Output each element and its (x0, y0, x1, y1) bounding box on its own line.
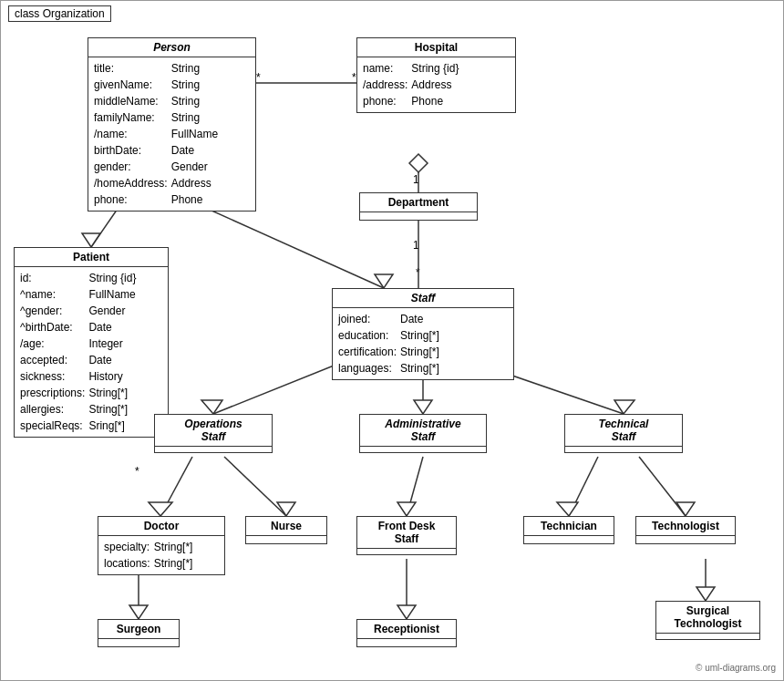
class-hospital: Hospital name:String {id} /address:Addre… (356, 37, 516, 113)
class-surgeon-body (98, 639, 179, 646)
class-front-desk: Front DeskStaff (356, 516, 457, 555)
class-receptionist-header: Receptionist (357, 620, 456, 639)
svg-text:1: 1 (413, 173, 419, 186)
class-staff-body: joined:Date education:String[*] certific… (333, 308, 513, 379)
class-technologist-body (636, 536, 735, 543)
class-patient: Patient id:String {id} ^name:FullName ^g… (14, 247, 169, 438)
svg-text:1: 1 (413, 239, 419, 252)
svg-marker-33 (397, 605, 416, 619)
svg-line-28 (639, 457, 686, 516)
svg-line-10 (91, 206, 119, 247)
class-front-desk-body (357, 549, 456, 554)
class-patient-header: Patient (15, 248, 168, 267)
class-department-header: Department (360, 193, 477, 212)
class-surgical-tech-header: SurgicalTechnologist (656, 602, 759, 634)
svg-text:*: * (256, 71, 261, 84)
class-department-body (360, 212, 477, 220)
svg-marker-35 (696, 587, 715, 601)
class-ops-staff: OperationsStaff (154, 414, 273, 453)
class-admin-staff: AdministrativeStaff (359, 414, 487, 453)
class-technician-header: Technician (524, 517, 614, 536)
svg-marker-11 (82, 233, 100, 247)
class-nurse: Nurse (245, 516, 327, 544)
class-receptionist-body (357, 639, 456, 646)
uml-diagram: class Organization * * 1 * 1 * (0, 0, 784, 681)
class-nurse-body (246, 536, 326, 543)
svg-marker-5 (409, 154, 428, 172)
class-front-desk-header: Front DeskStaff (357, 517, 456, 549)
class-hospital-header: Hospital (357, 38, 515, 57)
svg-line-20 (160, 457, 192, 516)
class-doctor-header: Doctor (98, 517, 224, 536)
svg-marker-31 (129, 605, 148, 619)
svg-line-26 (569, 457, 598, 516)
class-person-header: Person (88, 38, 255, 57)
class-doctor: Doctor specialty:String[*] locations:Str… (98, 516, 225, 575)
svg-marker-21 (149, 502, 172, 516)
class-technologist-header: Technologist (636, 517, 735, 536)
svg-line-22 (224, 457, 286, 516)
class-technical-staff: TechnicalStaff (564, 414, 683, 453)
diagram-title: class Organization (8, 5, 111, 22)
class-hospital-body: name:String {id} /address:Address phone:… (357, 57, 515, 112)
class-admin-staff-header: AdministrativeStaff (360, 415, 486, 447)
class-surgical-tech-body (656, 634, 759, 639)
svg-line-24 (407, 457, 423, 516)
class-surgeon: Surgeon (98, 619, 180, 647)
class-admin-staff-body (360, 447, 486, 452)
class-patient-body: id:String {id} ^name:FullName ^gender:Ge… (15, 267, 168, 437)
svg-marker-29 (676, 502, 695, 516)
class-technical-staff-header: TechnicalStaff (565, 415, 682, 447)
svg-text:*: * (135, 465, 139, 478)
svg-line-12 (201, 206, 384, 288)
class-staff-header: Staff (333, 289, 513, 308)
svg-marker-19 (614, 400, 634, 414)
class-person: Person title:String givenName:String mid… (88, 37, 256, 212)
class-department: Department (359, 192, 478, 221)
class-technician-body (524, 536, 614, 543)
class-person-body: title:String givenName:String middleName… (88, 57, 255, 211)
svg-marker-17 (414, 400, 432, 414)
class-ops-staff-header: OperationsStaff (155, 415, 272, 447)
class-ops-staff-body (155, 447, 272, 452)
class-nurse-header: Nurse (246, 517, 326, 536)
svg-marker-23 (277, 502, 295, 516)
svg-marker-15 (201, 400, 222, 414)
svg-marker-27 (557, 502, 578, 516)
class-staff: Staff joined:Date education:String[*] ce… (332, 288, 514, 380)
class-technician: Technician (523, 516, 614, 544)
svg-text:*: * (416, 266, 420, 279)
svg-marker-25 (397, 502, 416, 516)
svg-marker-13 (375, 274, 393, 288)
class-surgeon-header: Surgeon (98, 620, 179, 639)
class-doctor-body: specialty:String[*] locations:String[*] (98, 536, 224, 574)
class-technical-staff-body (565, 447, 682, 452)
class-receptionist: Receptionist (356, 619, 457, 647)
copyright-text: © uml-diagrams.org (696, 663, 776, 673)
class-surgical-tech: SurgicalTechnologist (655, 601, 760, 640)
class-technologist: Technologist (635, 516, 736, 544)
